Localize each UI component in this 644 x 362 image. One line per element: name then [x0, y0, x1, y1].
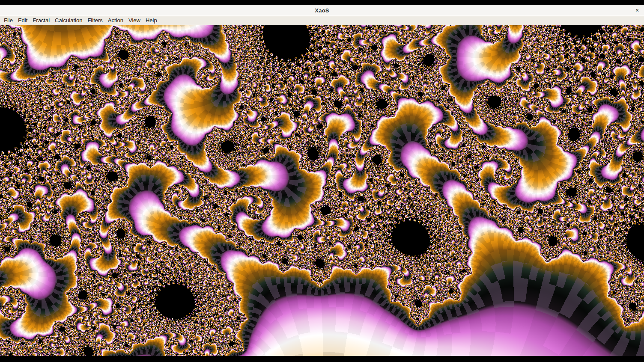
window-titlebar: XaoS ×	[0, 5, 644, 16]
close-icon: ×	[635, 7, 639, 14]
screen-letterbox-bottom	[0, 356, 644, 362]
screen-letterbox-top	[0, 0, 644, 5]
menu-action[interactable]: Action	[106, 17, 125, 24]
menu-fractal[interactable]: Fractal	[30, 17, 52, 24]
menu-calculation[interactable]: Calculation	[53, 17, 84, 24]
menu-help[interactable]: Help	[143, 17, 159, 24]
close-button[interactable]: ×	[633, 6, 641, 15]
menu-bar: File Edit Fractal Calculation Filters Ac…	[0, 16, 644, 25]
fractal-canvas[interactable]	[0, 25, 644, 356]
menu-edit[interactable]: Edit	[16, 17, 30, 24]
menu-file[interactable]: File	[2, 17, 15, 24]
window-title: XaoS	[315, 7, 329, 14]
menu-filters[interactable]: Filters	[85, 17, 104, 24]
menu-view[interactable]: View	[126, 17, 143, 24]
